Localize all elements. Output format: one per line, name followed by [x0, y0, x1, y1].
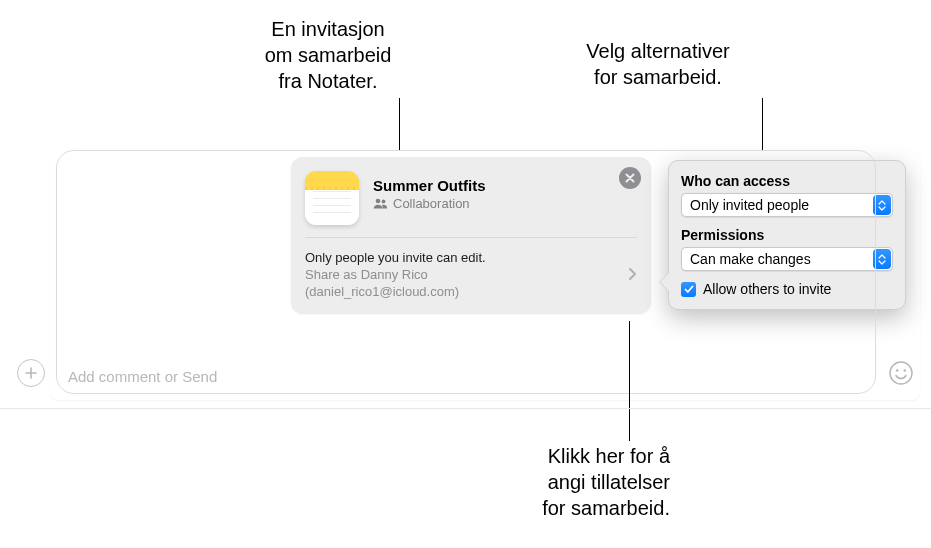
checkbox-checked-icon — [681, 282, 696, 297]
svg-point-2 — [890, 362, 912, 384]
emoji-button[interactable] — [888, 360, 914, 390]
plus-icon — [24, 366, 38, 380]
bottom-divider — [0, 408, 931, 409]
svg-point-0 — [376, 199, 381, 204]
people-icon — [373, 198, 388, 209]
notes-app-icon — [305, 171, 359, 225]
invite-header: Summer Outfits Collaboration — [291, 157, 651, 237]
share-as-email: (daniel_rico1@icloud.com) — [305, 284, 637, 299]
collaboration-row: Collaboration — [373, 196, 486, 211]
input-placeholder: Add comment or Send — [68, 368, 217, 385]
emoji-icon — [888, 360, 914, 386]
permissions-value: Can make changes — [690, 251, 811, 267]
permissions-select[interactable]: Can make changes — [681, 247, 893, 271]
share-as-label: Share as Danny Rico — [305, 267, 637, 282]
callout-line — [399, 98, 400, 156]
note-title: Summer Outfits — [373, 177, 486, 194]
close-icon — [625, 173, 635, 183]
collaboration-label: Collaboration — [393, 196, 470, 211]
callout-options: Velg alternativer for samarbeid. — [548, 38, 768, 90]
invite-text: Summer Outfits Collaboration — [373, 171, 486, 225]
who-can-access-select[interactable]: Only invited people — [681, 193, 893, 217]
permissions-label: Permissions — [681, 227, 893, 243]
dropdown-caret-icon — [873, 195, 891, 215]
message-input[interactable]: Add comment or Send — [68, 368, 217, 386]
dropdown-caret-icon — [873, 249, 891, 269]
callout-permissions: Klikk her for å angi tillatelser for sam… — [470, 443, 670, 521]
svg-point-4 — [904, 369, 907, 372]
allow-others-to-invite-checkbox[interactable]: Allow others to invite — [681, 281, 893, 297]
collaboration-options-popover: Who can access Only invited people Permi… — [668, 160, 906, 310]
who-can-access-value: Only invited people — [690, 197, 809, 213]
callout-invitation: En invitasjon om samarbeid fra Notater. — [238, 16, 418, 94]
close-button[interactable] — [619, 167, 641, 189]
compose-container: Summer Outfits Collaboration Only people… — [50, 150, 920, 400]
callout-line — [629, 321, 630, 441]
allow-others-label: Allow others to invite — [703, 281, 831, 297]
invite-details[interactable]: Only people you invite can edit. Share a… — [291, 238, 651, 313]
access-summary: Only people you invite can edit. — [305, 250, 637, 265]
who-can-access-label: Who can access — [681, 173, 893, 189]
chevron-right-icon[interactable] — [628, 267, 637, 285]
add-attachment-button[interactable] — [17, 359, 45, 387]
svg-point-1 — [382, 200, 386, 204]
collaboration-invite-card: Summer Outfits Collaboration Only people… — [291, 157, 651, 313]
svg-point-3 — [896, 369, 899, 372]
